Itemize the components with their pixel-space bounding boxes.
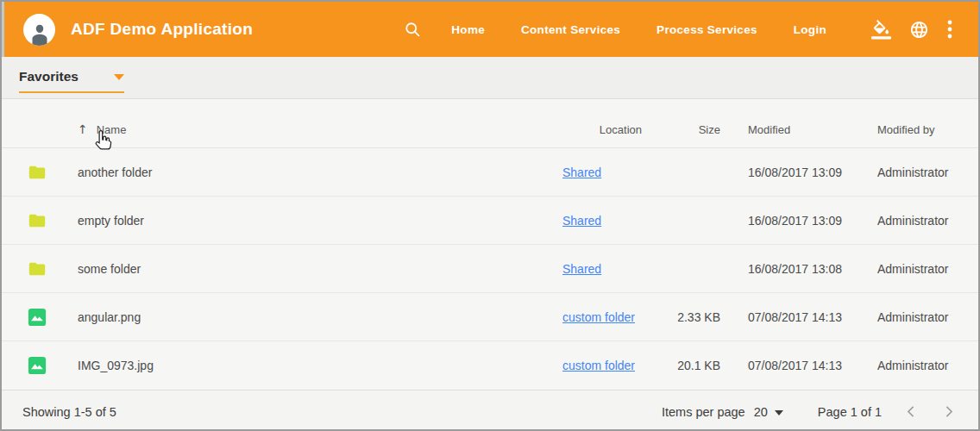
favorites-dropdown[interactable]: Favorites <box>19 69 124 93</box>
nav-item-home[interactable]: Home <box>451 23 485 36</box>
location-link[interactable]: Shared <box>562 262 601 276</box>
location-link[interactable]: Shared <box>562 214 601 228</box>
file-size: 2.33 KB <box>642 310 720 324</box>
modified-by: Administrator <box>877 310 978 324</box>
more-vert-icon[interactable] <box>947 19 952 40</box>
page-title: ADF Demo Application <box>71 20 253 39</box>
nav-item-process-services[interactable]: Process Services <box>656 23 757 36</box>
table-header-row: ↑ Name Location Size Modified Modified b… <box>2 99 978 148</box>
previous-page-button[interactable] <box>904 404 919 419</box>
app-header: ADF Demo Application Home Content Servic… <box>4 2 978 57</box>
file-name[interactable]: some folder <box>52 262 562 276</box>
modified-date: 16/08/2017 13:09 <box>748 166 877 179</box>
sort-ascending-icon[interactable]: ↑ <box>78 122 88 136</box>
column-header-modified[interactable]: Modified <box>748 123 877 136</box>
table-row[interactable]: IMG_0973.jpg custom folder 20.1 KB 07/08… <box>2 341 978 390</box>
folder-icon <box>28 211 47 230</box>
modified-by: Administrator <box>877 359 978 372</box>
file-table: ↑ Name Location Size Modified Modified b… <box>2 99 978 390</box>
items-per-page-value: 20 <box>754 405 768 419</box>
search-icon[interactable] <box>404 21 422 39</box>
folder-icon <box>28 163 47 182</box>
location-link[interactable]: Shared <box>562 166 601 179</box>
nav-item-login[interactable]: Login <box>794 23 826 36</box>
column-header-modified-by[interactable]: Modified by <box>877 123 978 136</box>
image-file-icon <box>28 308 47 327</box>
modified-by: Administrator <box>877 214 978 228</box>
chevron-down-icon <box>775 410 783 415</box>
column-header-size[interactable]: Size <box>642 123 720 136</box>
items-per-page-label: Items per page <box>662 405 745 419</box>
column-header-location[interactable]: Location <box>562 123 642 136</box>
file-name[interactable]: another folder <box>52 166 562 179</box>
table-row[interactable]: empty folder Shared 16/08/2017 13:09 Adm… <box>2 197 978 245</box>
column-header-name[interactable]: Name <box>97 123 127 136</box>
modified-by: Administrator <box>877 262 978 276</box>
modified-date: 07/08/2017 14:13 <box>748 310 877 324</box>
image-file-icon <box>28 356 47 375</box>
nav-item-content-services[interactable]: Content Services <box>521 23 620 36</box>
app-window: ADF Demo Application Home Content Servic… <box>0 0 980 431</box>
modified-date: 16/08/2017 13:09 <box>748 214 877 228</box>
modified-date: 07/08/2017 14:13 <box>748 359 877 372</box>
location-link[interactable]: custom folder <box>562 359 635 372</box>
favorites-label: Favorites <box>19 69 79 84</box>
breadcrumb-toolbar: Favorites <box>2 57 978 99</box>
main-nav: Home Content Services Process Services L… <box>451 23 863 36</box>
theme-color-fill-icon[interactable] <box>871 20 891 40</box>
file-size: 20.1 KB <box>642 359 720 372</box>
folder-icon <box>28 259 47 278</box>
chevron-down-icon <box>114 74 124 80</box>
page-indicator: Page 1 of 1 <box>818 405 882 419</box>
user-icon <box>27 20 53 46</box>
file-name[interactable]: IMG_0973.jpg <box>52 359 562 372</box>
pagination-footer: Showing 1-5 of 5 Items per page 20 Page … <box>2 390 978 429</box>
items-per-page-select[interactable]: 20 <box>754 405 783 419</box>
showing-count: Showing 1-5 of 5 <box>22 405 116 419</box>
next-page-button[interactable] <box>941 404 956 419</box>
location-link[interactable]: custom folder <box>562 310 635 324</box>
table-body: another folder Shared 16/08/2017 13:09 A… <box>2 148 978 390</box>
modified-date: 16/08/2017 13:08 <box>748 262 877 276</box>
file-name[interactable]: empty folder <box>52 214 562 228</box>
avatar[interactable] <box>23 14 55 46</box>
table-row[interactable]: some folder Shared 16/08/2017 13:08 Admi… <box>2 245 978 293</box>
table-row[interactable]: another folder Shared 16/08/2017 13:09 A… <box>2 148 978 197</box>
modified-by: Administrator <box>877 166 978 179</box>
file-name[interactable]: angular.png <box>52 310 562 324</box>
table-row[interactable]: angular.png custom folder 2.33 KB 07/08/… <box>2 293 978 341</box>
language-globe-icon[interactable] <box>909 20 929 40</box>
